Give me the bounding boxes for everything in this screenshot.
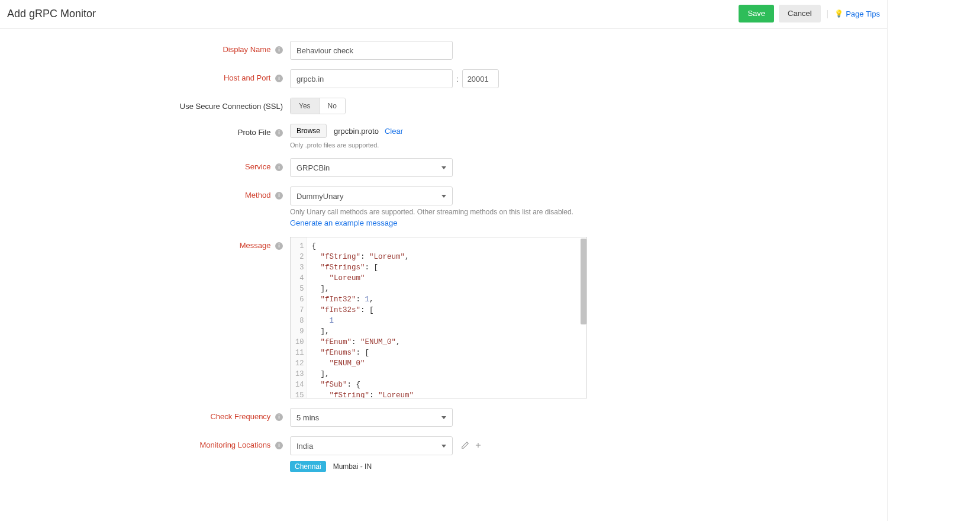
method-hint: Only Unary call methods are supported. O… — [290, 208, 573, 216]
clear-link[interactable]: Clear — [385, 127, 403, 136]
info-icon[interactable]: i — [275, 46, 283, 54]
info-icon[interactable]: i — [275, 242, 283, 250]
bulb-icon: 💡 — [834, 9, 843, 18]
ssl-yes-button[interactable]: Yes — [291, 98, 320, 114]
proto-hint: Only .proto files are supported. — [290, 141, 379, 149]
label-message: Message i — [0, 237, 290, 250]
check-frequency-select[interactable]: 5 mins — [290, 408, 453, 427]
browse-button[interactable]: Browse — [290, 124, 327, 138]
method-value: DummyUnary — [296, 192, 343, 201]
label-ssl: Use Secure Connection (SSL) — [0, 98, 290, 111]
form: Display Name i Host and Port i : — [0, 29, 887, 505]
label-host-port: Host and Port i — [0, 69, 290, 82]
label-service: Service i — [0, 158, 290, 171]
label-proto-file: Proto File i — [0, 124, 290, 137]
message-editor[interactable]: 123456789101112131415 { "fString": "Lore… — [290, 237, 587, 398]
add-icon[interactable] — [474, 441, 482, 451]
method-select[interactable]: DummyUnary — [290, 186, 453, 205]
editor-code[interactable]: { "fString": "Loreum", "fStrings": [ "Lo… — [307, 237, 586, 398]
info-icon[interactable]: i — [275, 163, 283, 171]
header: Add gRPC Monitor Save Cancel | 💡 Page Ti… — [0, 0, 887, 29]
ssl-toggle: Yes No — [290, 98, 346, 114]
monitoring-locations-select[interactable]: India — [290, 436, 453, 455]
label-check-frequency: Check Frequency i — [0, 408, 290, 421]
check-frequency-value: 5 mins — [296, 413, 319, 422]
chevron-down-icon — [441, 416, 446, 419]
port-input[interactable] — [462, 69, 499, 88]
label-display-name: Display Name i — [0, 41, 290, 54]
ssl-no-button[interactable]: No — [320, 98, 345, 114]
cancel-button[interactable]: Cancel — [779, 5, 820, 22]
chevron-down-icon — [441, 166, 446, 169]
location-chips: Chennai Mumbai - IN — [290, 461, 376, 472]
info-icon[interactable]: i — [275, 192, 283, 200]
divider: | — [826, 9, 830, 18]
page-title: Add gRPC Monitor — [7, 8, 96, 20]
page-tips-link[interactable]: 💡 Page Tips — [834, 9, 880, 18]
service-select[interactable]: GRPCBin — [290, 158, 453, 177]
chevron-down-icon — [441, 445, 446, 448]
colon: : — [456, 75, 459, 83]
proto-filename: grpcbin.proto — [334, 127, 379, 136]
info-icon[interactable]: i — [275, 75, 283, 82]
info-icon[interactable]: i — [275, 442, 283, 449]
page-tips-label: Page Tips — [846, 9, 880, 18]
chip-mumbai[interactable]: Mumbai - IN — [328, 461, 376, 472]
monitoring-locations-value: India — [296, 442, 313, 451]
service-value: GRPCBin — [296, 163, 330, 172]
info-icon[interactable]: i — [275, 413, 283, 421]
chip-chennai[interactable]: Chennai — [290, 461, 326, 472]
save-button[interactable]: Save — [739, 5, 774, 22]
display-name-input[interactable] — [290, 41, 453, 60]
edit-icon[interactable] — [461, 441, 469, 451]
header-actions: Save Cancel | 💡 Page Tips — [739, 5, 880, 22]
info-icon[interactable]: i — [275, 129, 283, 137]
editor-gutter: 123456789101112131415 — [291, 237, 307, 398]
label-monitoring-locations: Monitoring Locations i — [0, 436, 290, 449]
chevron-down-icon — [441, 195, 446, 198]
scrollbar-thumb[interactable] — [581, 239, 586, 324]
generate-example-link[interactable]: Generate an example message — [290, 218, 397, 227]
label-method: Method i — [0, 186, 290, 200]
host-input[interactable] — [290, 69, 453, 88]
